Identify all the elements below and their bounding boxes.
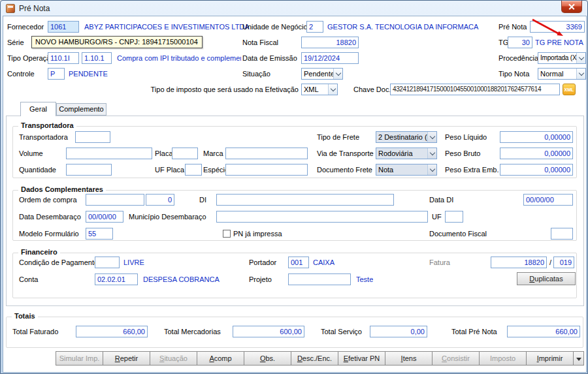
xml-icon[interactable]: XML bbox=[563, 84, 576, 95]
peso-bruto-label: Peso Bruto bbox=[445, 148, 480, 159]
placa-input[interactable] bbox=[172, 148, 198, 159]
municipio-desembaraco-input[interactable] bbox=[216, 211, 428, 223]
unidade-negocio-code-field[interactable]: 2 bbox=[306, 21, 323, 33]
situacao-label: Situação bbox=[242, 68, 270, 80]
tipo-operacao-description: Compra com IPI tributado e complemento bbox=[117, 52, 241, 64]
obs-button[interactable]: Obs. bbox=[244, 351, 291, 366]
tg-description: TG PRE NOTA POI bbox=[535, 37, 585, 48]
form-client-area: Fornecedor 1061 ABYZ PARTICIPACOES E INV… bbox=[3, 16, 587, 373]
nota-fiscal-field[interactable]: 18820 bbox=[301, 37, 359, 48]
pn-ja-impressa-label: PN já impressa bbox=[233, 228, 282, 240]
imprimir-button[interactable]: Imprimir bbox=[526, 351, 574, 366]
projeto-description: Teste bbox=[356, 273, 373, 285]
total-faturado-field[interactable]: 660,00 bbox=[76, 326, 148, 337]
documento-frete-value: Nota bbox=[376, 164, 427, 175]
total-faturado-label: Total Faturado bbox=[12, 326, 58, 337]
total-mercadorias-field[interactable]: 600,00 bbox=[233, 326, 304, 337]
di-input[interactable] bbox=[216, 194, 394, 206]
projeto-input[interactable] bbox=[288, 273, 351, 285]
portador-field[interactable]: 001 bbox=[288, 257, 309, 268]
documento-frete-select[interactable]: Nota bbox=[376, 164, 437, 176]
data-di-field[interactable]: 00/00/00 bbox=[523, 194, 573, 206]
serie-label: Série bbox=[7, 37, 24, 48]
consistir-button[interactable]: Consistir bbox=[432, 351, 480, 366]
tipo-imposto-select[interactable]: XML bbox=[301, 84, 338, 95]
fatura-parcela-field[interactable]: 019 bbox=[553, 257, 574, 268]
simular-imp-button[interactable]: Simular Imp. bbox=[56, 351, 103, 366]
desc-enc-button[interactable]: Desc./Enc. bbox=[291, 351, 338, 366]
fatura-numero-field[interactable]: 18820 bbox=[491, 257, 547, 268]
situacao-button[interactable]: Situação bbox=[150, 351, 197, 366]
pn-ja-impressa-checkbox[interactable] bbox=[223, 230, 231, 238]
uf-input[interactable] bbox=[445, 211, 463, 223]
tipo-imposto-label: Tipo de imposto que será usado na Efetiv… bbox=[131, 84, 299, 95]
chevron-down-icon bbox=[427, 164, 436, 175]
imposto-button[interactable]: Imposto bbox=[479, 351, 527, 366]
duplicatas-button[interactable]: Duplicatas bbox=[517, 272, 576, 285]
total-pre-nota-field[interactable]: 660,00 bbox=[507, 326, 580, 337]
controle-field[interactable]: P bbox=[48, 68, 65, 80]
tipo-operacao-subcode-field[interactable]: 1.10.1 bbox=[82, 52, 112, 64]
especie-input[interactable] bbox=[225, 164, 308, 176]
tipo-frete-label: Tipo de Frete bbox=[317, 131, 359, 143]
data-desembaraco-field[interactable]: 00/00/00 bbox=[86, 211, 123, 223]
uf-label: UF bbox=[432, 211, 442, 223]
projeto-label: Projeto bbox=[249, 273, 272, 285]
data-emissao-field[interactable]: 19/12/2024 bbox=[301, 52, 359, 64]
peso-extra-field[interactable]: 0,00000 bbox=[500, 164, 573, 176]
volume-input[interactable] bbox=[66, 148, 152, 159]
tipo-nota-select[interactable]: Normal bbox=[538, 68, 586, 80]
peso-liquido-label: Peso Líquido bbox=[445, 131, 487, 143]
transportadora-label: Transportadora bbox=[19, 131, 68, 143]
tab-geral[interactable]: Geral bbox=[20, 102, 56, 116]
tipo-frete-select[interactable]: 2 Destinatario (FC bbox=[376, 131, 437, 143]
chevron-down-icon bbox=[328, 84, 337, 95]
footer-button-bar: Simular Imp. Repetir Situação Acomp Obs.… bbox=[56, 351, 584, 366]
quantidade-input[interactable] bbox=[66, 164, 112, 176]
peso-bruto-field[interactable]: 0,00000 bbox=[500, 148, 573, 159]
volume-label: Volume bbox=[19, 148, 43, 159]
titlebar: Pré Nota bbox=[1, 1, 587, 16]
tipo-imposto-value: XML bbox=[302, 84, 328, 95]
via-transporte-select[interactable]: Rodoviária bbox=[376, 148, 437, 159]
ordem-compra-label: Ordem de compra bbox=[19, 194, 77, 206]
repetir-button[interactable]: Repetir bbox=[103, 351, 150, 366]
fornecedor-code-field[interactable]: 1061 bbox=[48, 21, 79, 33]
efetivar-pn-button[interactable]: Efetivar PN bbox=[338, 351, 385, 366]
tab-complemento[interactable]: Complemento bbox=[56, 103, 106, 116]
controle-description: PENDENTE bbox=[69, 68, 108, 80]
ordem-compra-seq-field[interactable]: 0 bbox=[146, 194, 174, 206]
data-di-label: Data DI bbox=[429, 194, 453, 206]
uf-placa-input[interactable] bbox=[185, 164, 202, 176]
marca-input[interactable] bbox=[225, 148, 308, 159]
condicao-pagamento-input[interactable] bbox=[95, 257, 120, 268]
portador-label: Portador bbox=[249, 257, 276, 268]
situacao-select[interactable]: Pendente bbox=[301, 68, 343, 80]
chevron-down-icon bbox=[576, 53, 585, 63]
controle-label: Controle bbox=[7, 68, 35, 80]
total-pre-nota-label: Total Pré Nota bbox=[451, 326, 497, 337]
itens-button[interactable]: Itens bbox=[385, 351, 433, 366]
procedencia-select[interactable]: Importada (XML) bbox=[538, 52, 586, 64]
tipo-operacao-code-field[interactable]: 110.1I bbox=[48, 52, 79, 64]
pre-nota-field[interactable]: 3369 bbox=[530, 21, 585, 33]
acomp-button[interactable]: Acomp bbox=[197, 351, 244, 366]
window-title: Pré Nota bbox=[19, 4, 50, 13]
transportadora-input[interactable] bbox=[75, 131, 110, 143]
tg-label: TG bbox=[498, 37, 508, 48]
documento-fiscal-input[interactable] bbox=[551, 228, 573, 240]
modelo-formulario-field[interactable]: 55 bbox=[86, 228, 113, 240]
close-button[interactable] bbox=[561, 1, 582, 13]
data-desembaraco-label: Data Desembaraço bbox=[19, 211, 81, 223]
conta-field[interactable]: 02.02.01 bbox=[95, 273, 138, 285]
tg-field[interactable]: 30 bbox=[508, 37, 532, 48]
ordem-compra-input[interactable] bbox=[86, 194, 144, 206]
via-transporte-label: Via de Transporte bbox=[317, 148, 374, 159]
fornecedor-label: Fornecedor bbox=[7, 21, 44, 33]
total-servico-field[interactable]: 0,00 bbox=[370, 326, 427, 337]
chave-doc-field[interactable]: 4324121894171500010455001000188201762457… bbox=[390, 84, 560, 95]
situacao-value: Pendente bbox=[302, 69, 333, 79]
imprimir-menu-button[interactable] bbox=[573, 351, 584, 366]
peso-liquido-field[interactable]: 0,00000 bbox=[500, 131, 573, 143]
chevron-down-icon bbox=[576, 69, 585, 79]
